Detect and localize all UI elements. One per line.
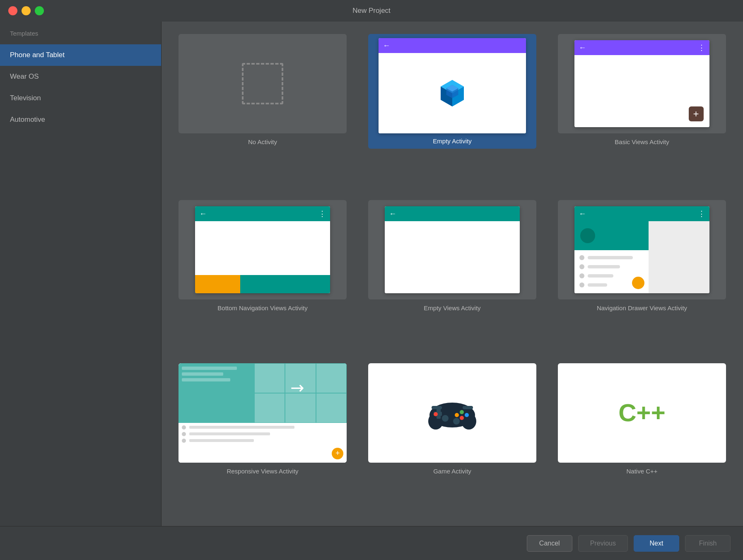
- window-title: New Project: [352, 7, 391, 15]
- template-label-responsive-views: Responsive Views Activity: [227, 468, 298, 475]
- template-preview-responsive-views: ↗: [179, 363, 347, 463]
- drawer-dot-2: [579, 264, 584, 269]
- drawer-line-2: [579, 264, 644, 269]
- template-preview-empty-activity: ←: [379, 38, 526, 133]
- template-preview-bottom-nav: ← ⋮: [179, 200, 347, 299]
- template-label-game-activity: Game Activity: [433, 468, 471, 475]
- templates-area: No Activity ←: [162, 22, 743, 526]
- back-arrow-icon: ←: [383, 41, 390, 50]
- template-label-no-activity: No Activity: [248, 138, 277, 145]
- template-label-empty-views: Empty Views Activity: [424, 304, 480, 311]
- minimize-button[interactable]: [22, 6, 31, 15]
- svg-point-11: [460, 410, 464, 414]
- drawer-avatar: [580, 228, 595, 243]
- cancel-button[interactable]: Cancel: [527, 535, 572, 552]
- sidebar-section-title: Templates: [0, 30, 161, 44]
- drawer-bar-1: [588, 256, 632, 259]
- template-card-basic-views[interactable]: ← ⋮ + Basic Views Activity: [553, 34, 731, 188]
- template-label-native-cpp: Native C++: [626, 468, 657, 475]
- responsive-fab-icon: +: [332, 448, 343, 459]
- dashed-box-icon: [242, 63, 283, 104]
- template-card-empty-activity[interactable]: ←: [364, 34, 541, 188]
- rt-cell-6: [316, 393, 347, 423]
- back-arrow-icon: ←: [389, 210, 396, 218]
- basic-views-body: +: [574, 55, 709, 127]
- empty-views-toolbar: ←: [385, 206, 519, 221]
- sidebar-item-automotive[interactable]: Automotive: [0, 109, 161, 130]
- rt-row-dot-3: [182, 439, 186, 443]
- bottom-nav-body: [195, 221, 330, 275]
- template-card-no-activity[interactable]: No Activity: [174, 34, 351, 188]
- empty-activity-body: [379, 53, 526, 133]
- template-card-responsive-views[interactable]: ↗: [174, 363, 351, 514]
- finish-button[interactable]: Finish: [685, 535, 731, 552]
- svg-point-14: [455, 413, 459, 417]
- svg-point-12: [465, 413, 469, 417]
- back-arrow-icon: ←: [579, 43, 586, 52]
- rt-row-bar-1: [189, 426, 294, 429]
- svg-rect-18: [432, 406, 442, 409]
- sidebar-item-television[interactable]: Television: [0, 87, 161, 109]
- drawer-dot-1: [579, 255, 584, 260]
- close-button[interactable]: [8, 6, 17, 15]
- nav-tab-1: [195, 275, 240, 293]
- responsive-grid: [254, 363, 347, 423]
- template-card-nav-drawer[interactable]: ← ⋮: [553, 200, 731, 350]
- more-options-icon: ⋮: [698, 43, 705, 52]
- game-controller-icon: [425, 394, 479, 432]
- svg-point-16: [442, 415, 449, 422]
- templates-grid: No Activity ←: [174, 34, 731, 514]
- responsive-bottom-panel: [179, 423, 347, 463]
- drawer-bar-2: [588, 265, 620, 268]
- rt-row-2: [182, 432, 344, 436]
- next-button[interactable]: Next: [634, 535, 679, 552]
- maximize-button[interactable]: [35, 6, 44, 15]
- bottom-nav-toolbar: ← ⋮: [195, 206, 330, 221]
- svg-point-15: [434, 412, 438, 416]
- sidebar: Templates Phone and Tablet Wear OS Telev…: [0, 22, 162, 526]
- rt-row-1: [182, 425, 344, 430]
- rt-cell-5: [285, 393, 316, 423]
- drawer-side-panel: [649, 221, 709, 293]
- rt-line-3: [182, 378, 230, 381]
- rt-row-bar-3: [189, 439, 254, 442]
- rt-row-3: [182, 439, 344, 443]
- drawer-layout: [574, 221, 709, 293]
- template-label-basic-views: Basic Views Activity: [615, 138, 669, 145]
- template-preview-basic-views: ← ⋮ +: [558, 34, 726, 133]
- template-card-native-cpp[interactable]: C++ Native C++: [553, 363, 731, 514]
- nav-drawer-phone: ← ⋮: [574, 206, 709, 293]
- android-logo-icon: [436, 77, 469, 110]
- sidebar-item-wear-os[interactable]: Wear OS: [0, 66, 161, 87]
- rt-cell-3: [316, 363, 347, 393]
- svg-point-8: [461, 413, 476, 430]
- template-preview-game-activity: [368, 363, 537, 463]
- template-card-bottom-nav[interactable]: ← ⋮ Bottom Navigation Views Activity: [174, 200, 351, 350]
- drawer-dot-4: [579, 282, 584, 287]
- template-card-empty-views[interactable]: ← Empty Views Activity: [364, 200, 541, 350]
- template-preview-no-activity: [179, 34, 347, 133]
- drawer-header: [574, 221, 649, 250]
- template-label-nav-drawer: Navigation Drawer Views Activity: [597, 304, 687, 311]
- sidebar-item-phone-tablet[interactable]: Phone and Tablet: [0, 44, 161, 66]
- template-preview-nav-drawer: ← ⋮: [558, 200, 726, 299]
- more-options-icon: ⋮: [698, 209, 705, 218]
- traffic-lights: [8, 6, 44, 15]
- more-options-icon: ⋮: [318, 209, 326, 218]
- template-preview-native-cpp: C++: [558, 363, 726, 463]
- responsive-table-layout: ↗: [179, 363, 347, 463]
- basic-views-phone: ← ⋮ +: [574, 40, 709, 127]
- nav-drawer-body: [574, 221, 709, 293]
- main-content: Templates Phone and Tablet Wear OS Telev…: [0, 22, 743, 526]
- basic-views-toolbar: ← ⋮: [574, 40, 709, 55]
- template-card-game-activity[interactable]: Game Activity: [364, 363, 541, 514]
- rt-line-1: [182, 367, 237, 370]
- responsive-left-panel: [179, 363, 254, 423]
- svg-rect-19: [463, 406, 473, 409]
- rt-line-2: [182, 372, 223, 376]
- cpp-logo-icon: C++: [618, 398, 665, 427]
- svg-point-17: [453, 418, 460, 425]
- previous-button[interactable]: Previous: [578, 535, 628, 552]
- rt-row-bar-2: [189, 432, 270, 435]
- empty-activity-toolbar: ←: [379, 38, 526, 53]
